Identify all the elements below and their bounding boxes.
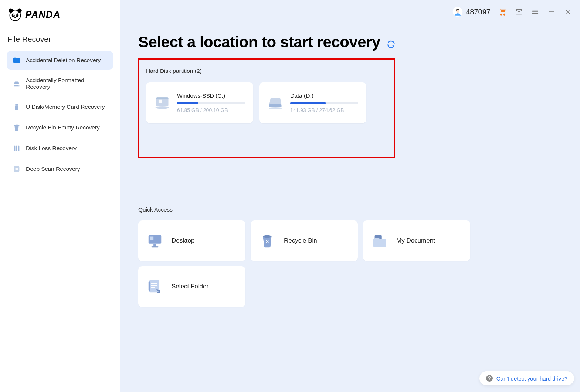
partition-card-c[interactable]: Windows-SSD (C:) 61.85 GB / 200.10 GB xyxy=(146,82,253,123)
refresh-icon[interactable] xyxy=(386,40,396,49)
help-link-text[interactable]: Can't detect your hard drive? xyxy=(496,375,567,382)
svg-point-21 xyxy=(156,106,169,109)
svg-rect-25 xyxy=(150,237,154,240)
svg-rect-11 xyxy=(16,146,17,151)
svg-rect-17 xyxy=(516,10,522,14)
menu-icon[interactable] xyxy=(531,8,539,16)
user-account[interactable]: 487097 xyxy=(452,7,491,17)
svg-point-7 xyxy=(14,17,16,18)
svg-rect-27 xyxy=(151,246,158,247)
partition-usage-fill xyxy=(290,102,326,104)
close-icon[interactable] xyxy=(564,8,572,16)
quick-access-label-text: My Document xyxy=(396,237,435,244)
svg-rect-20 xyxy=(159,100,162,103)
quick-access-label-text: Select Folder xyxy=(172,283,208,290)
mail-icon[interactable] xyxy=(515,8,523,16)
quick-access-grid: Desktop Recycle Bin My Document Select F… xyxy=(138,220,562,307)
scan-icon xyxy=(13,165,21,173)
sidebar-item-label: Accidentally Formatted Recovery xyxy=(26,77,107,90)
brand-logo: PANDA xyxy=(0,7,120,33)
quick-access-desktop[interactable]: Desktop xyxy=(138,220,245,261)
svg-rect-12 xyxy=(18,146,20,151)
partitions-list: Windows-SSD (C:) 61.85 GB / 200.10 GB Da… xyxy=(146,82,387,123)
help-icon: ? xyxy=(486,375,493,382)
user-id: 487097 xyxy=(466,8,491,16)
svg-point-16 xyxy=(456,10,459,13)
usb-icon xyxy=(13,103,21,111)
sidebar-item-udisk[interactable]: U Disk/Memory Card Recovery xyxy=(7,98,113,116)
quick-access-label: Quick Access xyxy=(138,206,562,213)
sidebar-item-recycle-bin[interactable]: Recycle Bin Empty Recovery xyxy=(7,118,113,137)
avatar-icon xyxy=(452,7,463,17)
document-folder-icon xyxy=(371,232,388,249)
page-title-row: Select a location to start recovery xyxy=(138,33,562,51)
select-folder-icon xyxy=(146,278,163,295)
svg-rect-22 xyxy=(269,104,282,107)
svg-rect-26 xyxy=(153,244,156,247)
svg-point-14 xyxy=(15,168,18,170)
sidebar-item-label: Deep Scan Recovery xyxy=(26,166,80,172)
sidebar: PANDA File Recover Accidental Deletion R… xyxy=(0,0,120,392)
sidebar-nav: Accidental Deletion Recovery Accidentall… xyxy=(0,51,120,178)
partitions-section-label: Hard Disk partition (2) xyxy=(146,68,387,74)
partition-usage-bar xyxy=(290,102,358,104)
quick-access-select-folder[interactable]: Select Folder xyxy=(138,266,245,307)
data-drive-icon xyxy=(267,95,284,111)
svg-rect-9 xyxy=(15,105,18,110)
svg-point-2 xyxy=(17,9,22,13)
folder-icon xyxy=(13,56,21,64)
sidebar-item-deep-scan[interactable]: Deep Scan Recovery xyxy=(7,160,113,178)
drive-icon xyxy=(13,80,21,88)
brand-text: PANDA xyxy=(25,9,61,20)
bin-icon xyxy=(13,124,21,132)
partition-name: Windows-SSD (C:) xyxy=(177,92,245,99)
partition-usage-bar xyxy=(177,102,245,104)
partition-card-d[interactable]: Data (D:) 141.93 GB / 274.62 GB xyxy=(259,82,366,123)
quick-access-label-text: Desktop xyxy=(172,237,194,244)
windows-drive-icon xyxy=(154,95,170,111)
quick-access-label-text: Recycle Bin xyxy=(284,237,317,244)
svg-point-5 xyxy=(13,14,14,16)
svg-point-23 xyxy=(269,107,282,109)
partition-size: 61.85 GB / 200.10 GB xyxy=(177,107,245,113)
minimize-icon[interactable] xyxy=(547,8,556,16)
page-title: Select a location to start recovery xyxy=(138,33,380,51)
svg-point-1 xyxy=(9,9,13,13)
sidebar-item-label: U Disk/Memory Card Recovery xyxy=(26,104,105,110)
sidebar-item-disk-loss[interactable]: Disk Loss Recovery xyxy=(7,139,113,158)
partition-name: Data (D:) xyxy=(290,92,358,99)
svg-point-28 xyxy=(263,235,272,238)
panda-logo-icon xyxy=(7,7,23,22)
svg-rect-10 xyxy=(14,146,16,151)
svg-rect-8 xyxy=(15,104,18,106)
sidebar-item-label: Accidental Deletion Recovery xyxy=(26,57,101,64)
svg-rect-31 xyxy=(149,282,150,291)
sidebar-item-label: Recycle Bin Empty Recovery xyxy=(26,124,100,131)
sidebar-item-formatted[interactable]: Accidentally Formatted Recovery xyxy=(7,72,113,95)
svg-rect-19 xyxy=(156,97,169,99)
desktop-icon xyxy=(146,232,163,249)
main-content: 487097 Select a location to start recove… xyxy=(120,0,580,392)
disks-icon xyxy=(13,144,21,152)
partition-size: 141.93 GB / 274.62 GB xyxy=(290,107,358,113)
recycle-bin-icon xyxy=(259,232,276,249)
sidebar-item-label: Disk Loss Recovery xyxy=(26,145,77,152)
partitions-highlight-box: Hard Disk partition (2) Windows-SSD (C:)… xyxy=(138,58,395,158)
topbar: 487097 xyxy=(452,7,572,17)
quick-access-my-document[interactable]: My Document xyxy=(363,220,470,261)
svg-point-6 xyxy=(16,14,17,16)
help-detect-drive[interactable]: ? Can't detect your hard drive? xyxy=(479,371,574,385)
cart-icon[interactable] xyxy=(499,8,507,16)
partition-usage-fill xyxy=(177,102,198,104)
quick-access-recycle-bin[interactable]: Recycle Bin xyxy=(251,220,358,261)
sidebar-section-title: File Recover xyxy=(0,33,120,51)
sidebar-item-accidental-deletion[interactable]: Accidental Deletion Recovery xyxy=(7,51,113,70)
